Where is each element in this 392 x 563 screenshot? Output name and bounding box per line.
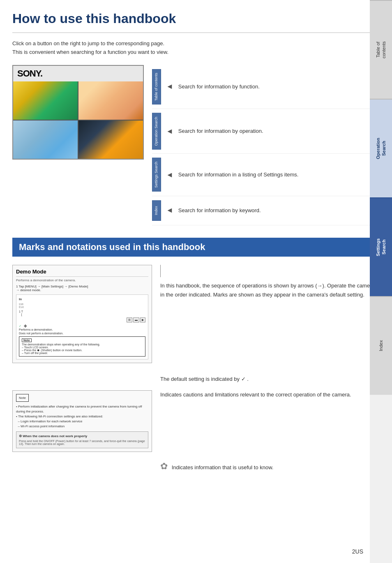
- search-desc-4: Search for information by keyword.: [178, 206, 261, 215]
- search-desc-3: Search for information in a listing of S…: [178, 171, 299, 179]
- useful-icon: ✿: [160, 461, 168, 471]
- search-option-3: Settings Search ◄ Search for information…: [152, 154, 380, 196]
- demo-not-performs: Does not perform a demonstration.: [19, 332, 63, 335]
- marks-row-4: ✿ Indicates information that is useful t…: [12, 459, 380, 474]
- marks-row-1: Demo Mode Performs a demonstration of th…: [12, 265, 380, 366]
- warning-section: ⚙ When the camera does not work properly…: [16, 431, 148, 448]
- sunflowers-image: [13, 81, 78, 120]
- sidebar-tab-table-of-contents[interactable]: Table ofcontents: [370, 0, 392, 99]
- marks-desc-4: ✿ Indicates information that is useful t…: [160, 459, 380, 474]
- search-option-1: Table of contents ◄ Search for informati…: [152, 65, 380, 109]
- demo-row-1: Performs a demonstration.: [19, 328, 145, 331]
- intro-text: Click on a button on the right to jump t…: [12, 39, 380, 57]
- sidebar-tab-settings-search[interactable]: SettingsSearch: [370, 197, 392, 296]
- marks-desc-1: In this handbook, the sequence of operat…: [160, 265, 380, 366]
- search-desc-2: Search for information by operation.: [178, 127, 263, 135]
- sony-logo: SONY.: [13, 66, 143, 81]
- marks-left-2: [12, 375, 152, 382]
- marks-row-3: Note • Perform initialization after char…: [12, 390, 380, 452]
- marks-desc-2: The default setting is indicated by ✓ .: [160, 375, 380, 384]
- page-number: 2US: [352, 548, 363, 555]
- note-text: The demonstration stops when operating a…: [22, 343, 143, 346]
- demo-subtitle: Performs a demonstration of the camera.: [16, 278, 148, 282]
- arrow-3: ◄: [166, 171, 173, 179]
- camera-images: [13, 81, 143, 159]
- operation-search-tab[interactable]: Operation Search: [152, 113, 161, 150]
- marks-row-2: The default setting is indicated by ✓ .: [12, 375, 380, 384]
- arrow-1: ◄: [166, 82, 173, 91]
- demo-title: Demo Mode: [16, 269, 148, 277]
- camera-section: SONY. Table of contents ◄ Search for inf…: [12, 65, 380, 225]
- note-outer: Note: [16, 394, 29, 402]
- arrow-4: ◄: [166, 206, 173, 215]
- page-title: How to use this handbook: [12, 12, 380, 26]
- marks-screenshot-3: Note • Perform initialization after char…: [12, 390, 152, 452]
- search-option-2: Operation Search ◄ Search for informatio…: [152, 109, 380, 154]
- city-image: [78, 120, 143, 159]
- animals-image: [13, 120, 78, 159]
- search-desc-1: Search for information by function.: [178, 83, 260, 91]
- marks-desc-3: Indicates cautions and limitations relev…: [160, 390, 380, 399]
- sidebar-tab-operation-search[interactable]: OperationSearch: [370, 99, 392, 197]
- baby-image: [78, 81, 143, 120]
- marks-screenshot-1: Demo Mode Performs a demonstration of th…: [12, 265, 152, 366]
- demo-row-2: Does not perform a demonstration.: [19, 332, 145, 335]
- search-option-4: Index ◄ Search for information by keywor…: [152, 196, 380, 225]
- warning-title: ⚙ When the camera does not work properly: [19, 434, 145, 438]
- search-options: Table of contents ◄ Search for informati…: [152, 65, 380, 225]
- index-tab[interactable]: Index: [152, 200, 161, 221]
- right-sidebar: Table ofcontents OperationSearch Setting…: [370, 0, 392, 563]
- marks-section-header: Marks and notations used in this handboo…: [12, 238, 380, 257]
- table-of-contents-tab[interactable]: Table of contents: [152, 69, 161, 104]
- warning-text: Press and hold the ON/OFF (Power) button…: [19, 440, 145, 445]
- demo-performs: Performs a demonstration.: [19, 328, 53, 331]
- settings-search-tab[interactable]: Settings Search: [152, 158, 161, 192]
- sidebar-tab-index[interactable]: Index: [370, 296, 392, 395]
- camera-preview: SONY.: [12, 65, 144, 160]
- demo-step: 1 Tap [MENU] → [Main Settings] → [Demo M…: [16, 285, 148, 292]
- arrow-2: ◄: [166, 127, 173, 136]
